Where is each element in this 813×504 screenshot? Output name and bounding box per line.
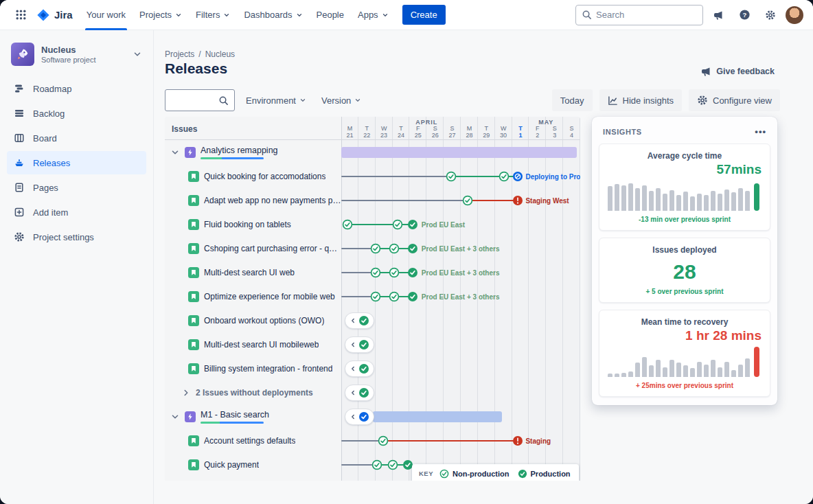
global-search[interactable]	[575, 5, 703, 25]
nav-item-your-work[interactable]: Your work	[80, 0, 133, 30]
chart-bar	[608, 374, 612, 377]
sidebar-item-add-item[interactable]: Add item	[7, 201, 146, 224]
deployment-status-label: Prod EU East + 3 others	[422, 244, 500, 252]
non-production-check-icon[interactable]	[446, 171, 457, 182]
insight-card-value: 28	[608, 260, 762, 284]
collapsed-deployments-pill[interactable]	[345, 385, 374, 401]
more-options-icon[interactable]: •••	[755, 126, 766, 137]
environment-filter[interactable]: Environment	[242, 91, 310, 110]
issue-search-input[interactable]	[171, 95, 216, 106]
day-number: 29	[483, 132, 490, 139]
issue-name-analytics-remapping[interactable]: Analytics remapping	[165, 140, 341, 164]
collapsed-deployments-pill[interactable]	[345, 312, 374, 329]
nav-item-people[interactable]: People	[310, 0, 351, 30]
sidebar-item-roadmap[interactable]: Roadmap	[7, 77, 146, 100]
sidebar-item-project-settings[interactable]: Project settings	[7, 225, 146, 249]
nav-item-projects[interactable]: Projects	[133, 0, 189, 30]
day-header: W23	[376, 125, 393, 139]
non-production-check-icon[interactable]	[370, 267, 381, 278]
production-check-icon[interactable]	[407, 219, 418, 230]
create-button[interactable]: Create	[402, 5, 446, 25]
issue-name-fluid-booking-on-tablets[interactable]: Fluid booking on tablets	[165, 212, 341, 236]
timeline-row: Multi-dest search UI webProd EU East + 3…	[165, 260, 580, 284]
issue-name-adapt-web-app-no-new-payments-provi[interactable]: Adapt web app no new payments provi	[165, 188, 341, 212]
non-production-check-icon[interactable]	[387, 459, 398, 470]
sidebar-item-board[interactable]: Board	[7, 126, 146, 150]
progress-segment	[201, 157, 222, 159]
jira-logo[interactable]: Jira	[33, 8, 78, 23]
nav-item-apps[interactable]: Apps	[351, 0, 396, 30]
collapsed-deployments-pill[interactable]	[345, 360, 374, 377]
today-button[interactable]: Today	[552, 89, 593, 111]
issue-name-2-issues-without-deployments[interactable]: 2 Issues without deployments	[165, 380, 341, 404]
nav-item-dashboards[interactable]: Dashboards	[237, 0, 309, 30]
issue-name-account-settings-defaults[interactable]: Account settings defaults	[165, 428, 341, 453]
announcement-icon	[713, 10, 724, 21]
issue-label-wrap: Fluid booking on tablets	[204, 220, 291, 229]
issue-name-optimize-experience-for-mobile-web[interactable]: Optimize experience for mobile web	[165, 284, 341, 308]
version-filter[interactable]: Version	[317, 91, 365, 110]
non-production-check-icon[interactable]	[389, 267, 400, 278]
collapsed-deployments-pill[interactable]	[345, 409, 374, 425]
sidebar-item-releases[interactable]: Releases	[7, 151, 146, 174]
epic-timeline-bar[interactable]	[373, 411, 502, 422]
breadcrumb-projects[interactable]: Projects	[165, 49, 194, 59]
project-switcher[interactable]: Nucleus Software project	[7, 40, 146, 77]
issue-name-quick-payment[interactable]: Quick payment	[165, 453, 341, 477]
chart-bar	[697, 362, 702, 377]
collapsed-deployments-pill[interactable]	[345, 336, 374, 353]
non-production-check-icon[interactable]	[389, 243, 400, 254]
chart-bar	[676, 363, 681, 377]
chart-bar	[718, 194, 722, 211]
issue-name-m1-basic-search[interactable]: M1 - Basic search	[165, 404, 341, 428]
breadcrumb-project-name[interactable]: Nucleus	[205, 49, 235, 59]
issue-name-multi-dest-search-ui-mobileweb[interactable]: Multi-dest search UI mobileweb	[165, 332, 341, 356]
deployment-status-label: Deploying to Prod	[525, 172, 580, 180]
sidebar-item-label: Releases	[33, 158, 70, 168]
production-check-icon[interactable]	[407, 291, 418, 302]
hide-insights-button[interactable]: Hide insights	[599, 89, 682, 111]
issue-label-wrap: 2 Issues without deployments	[196, 388, 313, 398]
issue-track	[341, 404, 580, 428]
epic-timeline-bar[interactable]	[341, 147, 577, 158]
issue-name-billing-system-integration-frontend[interactable]: Billing system integration - frontend	[165, 356, 341, 380]
chevron-left-icon	[350, 389, 356, 396]
chart-bar	[718, 367, 722, 377]
issue-name-quick-booking-for-accomodations[interactable]: Quick booking for accomodations	[165, 164, 341, 188]
user-avatar[interactable]	[786, 6, 803, 24]
progress-segment	[201, 422, 220, 424]
deployment-error-icon[interactable]	[512, 195, 523, 206]
issue-search-field[interactable]	[165, 89, 235, 111]
non-production-check-icon[interactable]	[371, 459, 382, 470]
non-production-check-icon[interactable]	[389, 291, 400, 302]
issue-label-wrap: Adapt web app no new payments provi	[204, 196, 341, 205]
help-icon[interactable]: ?	[733, 4, 755, 26]
non-production-check-icon[interactable]	[378, 435, 389, 446]
non-production-check-icon[interactable]	[370, 291, 381, 302]
give-feedback-button[interactable]: Give feedback	[700, 66, 775, 77]
settings-icon[interactable]	[759, 4, 781, 26]
issue-name-cshoping-cart-purchasing-error-quick[interactable]: Cshoping cart purchasing error - quick	[165, 236, 341, 260]
configure-view-button[interactable]: Configure view	[689, 89, 780, 111]
non-production-check-icon[interactable]	[392, 219, 403, 230]
announcement-icon[interactable]	[707, 4, 729, 26]
non-production-check-icon[interactable]	[370, 243, 381, 254]
non-production-check-icon[interactable]	[342, 219, 353, 230]
day-of-week: F	[536, 125, 540, 132]
sidebar-item-pages[interactable]: Pages	[7, 176, 146, 199]
sidebar-item-backlog[interactable]: Backlog	[7, 102, 146, 125]
insight-card-title: Mean time to recovery	[608, 317, 762, 327]
non-production-check-icon[interactable]	[462, 195, 473, 206]
nav-item-filters[interactable]: Filters	[189, 0, 237, 30]
issue-name-multi-dest-search-ui-web[interactable]: Multi-dest search UI web	[165, 260, 341, 284]
production-check-icon[interactable]	[407, 267, 418, 278]
global-search-input[interactable]	[596, 10, 697, 20]
production-check-icon[interactable]	[407, 243, 418, 254]
story-icon	[188, 339, 199, 350]
deployment-error-icon[interactable]	[512, 435, 523, 446]
app-switcher-icon[interactable]	[10, 4, 32, 26]
deploying-status-icon[interactable]	[512, 171, 523, 182]
issue-name-onboard-workout-options-owo[interactable]: Onboard workout options (OWO)	[165, 308, 341, 332]
timeline-row: Billing system integration - frontend	[165, 356, 580, 380]
non-production-check-icon[interactable]	[499, 171, 509, 182]
